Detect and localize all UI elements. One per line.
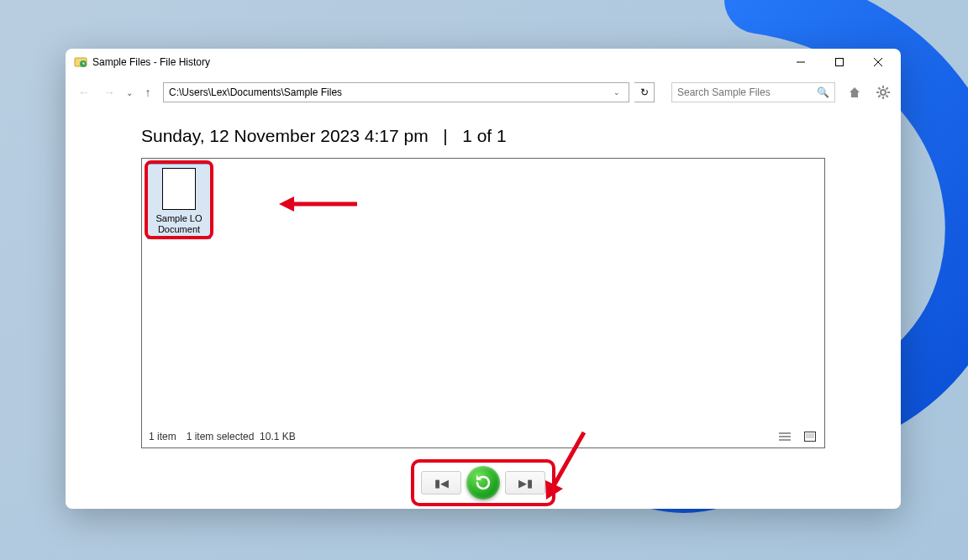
maximize-button[interactable] (820, 50, 859, 75)
details-view-button[interactable] (777, 431, 792, 442)
settings-gear-icon[interactable] (874, 83, 892, 102)
version-counter: 1 of 1 (462, 126, 507, 145)
path-input[interactable] (169, 86, 610, 98)
file-item[interactable]: Sample LO Document (147, 164, 211, 239)
up-button[interactable]: ↑ (138, 82, 158, 102)
app-icon (74, 55, 87, 69)
svg-line-14 (886, 87, 888, 89)
refresh-button[interactable]: ↻ (634, 82, 655, 102)
content-area: Sunday, 12 November 2023 4:17 pm | 1 of … (66, 109, 901, 457)
status-bar: 1 item 1 item selected 10.1 KB (149, 431, 818, 442)
status-selection: 1 item selected 10.1 KB (187, 431, 296, 442)
next-version-button[interactable]: ▶▮ (505, 471, 545, 495)
svg-line-13 (878, 96, 880, 97)
status-item-count: 1 item (149, 431, 176, 442)
svg-line-11 (878, 87, 880, 89)
search-box[interactable]: 🔍 (671, 82, 835, 102)
version-timestamp: Sunday, 12 November 2023 4:17 pm (141, 126, 429, 145)
file-history-window: Sample Files - File History ← → ⌄ ↑ ⌄ ↻ … (66, 49, 901, 509)
thumbnails-view-button[interactable] (802, 431, 818, 442)
headline-separator: | (443, 126, 447, 145)
toolbar: ← → ⌄ ↑ ⌄ ↻ 🔍 (66, 76, 901, 109)
close-button[interactable] (859, 50, 897, 75)
minimize-button[interactable] (781, 50, 820, 75)
forward-button[interactable]: → (99, 82, 119, 102)
version-headline: Sunday, 12 November 2023 4:17 pm | 1 of … (141, 126, 825, 146)
document-thumbnail-icon (162, 168, 196, 210)
home-button[interactable] (845, 83, 864, 102)
titlebar: Sample Files - File History (66, 49, 901, 76)
search-input[interactable] (677, 86, 817, 98)
restore-button[interactable] (466, 466, 500, 500)
bottom-controls: ▮◀ ▶▮ (66, 457, 901, 509)
back-button[interactable]: ← (74, 82, 94, 102)
window-title: Sample Files - File History (92, 56, 781, 68)
svg-rect-19 (806, 433, 814, 438)
history-dropdown-icon[interactable]: ⌄ (126, 88, 133, 97)
address-dropdown-icon[interactable]: ⌄ (610, 88, 623, 97)
svg-rect-3 (836, 59, 844, 66)
file-list-pane[interactable]: Sample LO Document 1 item 1 item selecte… (141, 158, 825, 448)
svg-line-12 (886, 96, 888, 97)
previous-version-button[interactable]: ▮◀ (421, 471, 461, 495)
search-icon: 🔍 (817, 86, 829, 98)
svg-point-6 (881, 90, 886, 95)
file-name-label: Sample LO Document (150, 213, 208, 235)
address-bar[interactable]: ⌄ (163, 82, 629, 102)
